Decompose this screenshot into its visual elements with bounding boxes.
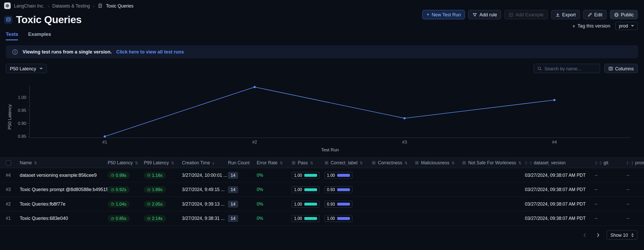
tag-version-button[interactable]: + Tag this version [572, 23, 610, 29]
correct-label-bar [337, 174, 350, 177]
git-value: -- [595, 173, 626, 178]
svg-text:P50 Latency: P50 Latency [7, 104, 12, 130]
new-test-run-button[interactable]: + New Test Run [422, 10, 465, 19]
tab-tests[interactable]: Tests [6, 31, 18, 40]
svg-text:Test Run: Test Run [321, 147, 339, 152]
langchain-logo-icon[interactable] [4, 3, 11, 9]
col-prompt[interactable]: {--}prompt [626, 160, 644, 165]
clock-icon: ◷ [111, 173, 114, 177]
langsmith-dataset-page: LangChain Inc. › Datasets & Testing › To… [0, 0, 644, 250]
pass-meter: 1.00 [292, 172, 320, 179]
col-pass[interactable]: Pass⇅ [292, 160, 324, 165]
prompt-value: -- [626, 216, 644, 221]
dataset-icon [4, 15, 12, 24]
dataset-version: 03/27/2024, 09:38:07 AM PDT [525, 216, 595, 221]
p99-latency-pill: ◷1.89s [144, 186, 166, 193]
table-row[interactable]: #4 dataset versioning example:856cee9 ◷0… [0, 168, 644, 183]
table-row[interactable]: #1 Toxic Queries:683e040 ◷0.85s ◷2.14s 3… [0, 211, 644, 226]
page-header: Toxic Queries [4, 13, 82, 25]
chevron-down-icon [39, 67, 43, 69]
row-index: #3 [6, 187, 20, 192]
pass-meter: 1.00 [292, 215, 320, 222]
col-git[interactable]: {--}git [595, 160, 626, 165]
edit-button[interactable]: Edit [583, 10, 606, 19]
error-rate: 0% [257, 173, 292, 178]
select-all-cell [6, 160, 20, 166]
col-p99-latency[interactable]: P99 Latency⇅ [144, 160, 182, 165]
banner-link[interactable]: Click here to view all test runs [116, 49, 184, 54]
add-rule-button[interactable]: Add rule [468, 10, 501, 19]
creation-time: 3/27/2024, 10:00:01 ... [182, 173, 228, 178]
p50-latency-pill: ◷0.92s [108, 186, 130, 193]
correct-label-bar [337, 188, 350, 191]
rule-icon [473, 12, 477, 17]
p50-latency-line-chart: 1.000.950.900.85#1#2#3#4Test RunP50 Late… [0, 82, 644, 156]
row-index: #4 [6, 173, 20, 178]
col-correctness[interactable]: Correctness⇅ [372, 160, 415, 165]
col-dataset-version[interactable]: {--}dataset_version [525, 160, 595, 165]
pencil-icon [587, 12, 592, 17]
search-input[interactable] [544, 66, 596, 71]
clock-icon: ◷ [147, 202, 150, 206]
download-icon [555, 12, 560, 17]
col-maliciousness[interactable]: Maliciousness⇅ [415, 160, 462, 165]
page-title: Toxic Queries [16, 13, 82, 25]
col-name[interactable]: Name⇅ [20, 160, 108, 165]
dataset-doc-icon [98, 3, 103, 8]
breadcrumb-current: Toxic Queries [106, 3, 134, 8]
p50-latency-pill: ◷1.04s [108, 200, 130, 207]
metric-selector[interactable]: P50 Latency [6, 64, 47, 73]
row-name[interactable]: Toxic Queries:683e040 [20, 216, 108, 221]
next-page-button[interactable] [593, 231, 603, 240]
chevron-right-icon: › [93, 3, 94, 8]
col-p50-latency[interactable]: P50 Latency⇅ [108, 160, 144, 165]
export-button[interactable]: Export [551, 10, 580, 19]
table-row[interactable]: #3 Toxic Queries prompt @8d80588e:b49515… [0, 183, 644, 197]
row-name[interactable]: Toxic Queries prompt @8d80588e:b495152 [20, 187, 108, 192]
svg-text:0.90: 0.90 [18, 121, 26, 126]
pass-meter: 1.00 [292, 200, 320, 207]
controls-right: Columns [533, 64, 638, 73]
feedback-icon [292, 161, 296, 165]
prompt-value: -- [626, 187, 644, 192]
info-icon [12, 49, 18, 55]
feedback-icon [372, 161, 376, 165]
clock-icon: ◷ [111, 202, 114, 206]
select-all-checkbox[interactable] [6, 160, 11, 166]
chevron-down-icon [631, 25, 634, 27]
pass-bar [304, 217, 317, 220]
row-index: #2 [6, 201, 20, 206]
svg-text:#4: #4 [552, 140, 557, 145]
columns-button[interactable]: Columns [604, 64, 638, 73]
col-not-safe-for-workiness[interactable]: Not Safe For Workiness⇅ [462, 160, 525, 165]
public-button[interactable]: Public [610, 10, 638, 19]
svg-text:#1: #1 [102, 140, 107, 145]
col-error-rate[interactable]: Error Rate⇅ [257, 160, 292, 165]
col-correct-label[interactable]: Correct_label⇅ [324, 160, 372, 165]
dataset-version: 03/27/2024, 09:38:07 AM PDT [525, 187, 595, 192]
chevron-right-icon [595, 232, 601, 238]
test-run-chart: 1.000.950.900.85#1#2#3#4Test RunP50 Late… [0, 82, 644, 156]
metadata-braces-icon: {--} [525, 161, 532, 165]
breadcrumb-org[interactable]: LangChain Inc. [14, 3, 44, 8]
banner-text: Viewing test runs from a single version. [23, 49, 112, 54]
add-example-button[interactable]: Add Example [504, 10, 548, 19]
header-actions: + New Test Run Add rule Add Example Expo… [422, 10, 638, 19]
col-run-count[interactable]: Run Count [228, 160, 257, 165]
search-box [533, 64, 600, 73]
p50-latency-pill: ◷0.85s [108, 215, 130, 222]
row-name[interactable]: Toxic Queries:fb8f77e [20, 201, 108, 206]
breadcrumb-section[interactable]: Datasets & Testing [52, 3, 90, 8]
git-value: -- [595, 201, 626, 206]
row-name[interactable]: dataset versioning example:856cee9 [20, 173, 108, 178]
chevron-right-icon: › [48, 3, 49, 8]
col-creation-time[interactable]: Creation Time↓ [182, 160, 228, 165]
page-size-selector[interactable]: Show 10 [607, 230, 637, 240]
version-dropdown[interactable]: prod [615, 22, 638, 30]
p50-latency-pill: ◷0.99s [108, 172, 130, 179]
tab-examples[interactable]: Examples [28, 31, 51, 40]
pass-bar [304, 188, 317, 191]
table-row[interactable]: #2 Toxic Queries:fb8f77e ◷1.04s ◷2.05s 3… [0, 197, 644, 211]
feedback-icon [324, 161, 329, 165]
prev-page-button[interactable] [580, 231, 590, 240]
